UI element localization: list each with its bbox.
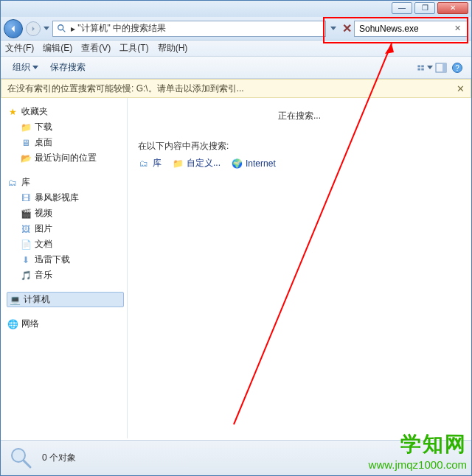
folder-icon: 📁 bbox=[20, 122, 32, 133]
view-options-button[interactable] bbox=[417, 60, 433, 76]
view-icon bbox=[417, 62, 425, 74]
menu-file[interactable]: 文件(F) bbox=[5, 42, 34, 55]
tree-xunlei[interactable]: ⬇迅雷下载 bbox=[7, 252, 124, 267]
svg-line-1 bbox=[63, 29, 66, 32]
address-bar[interactable]: ▸ "计算机" 中的搜索结果 bbox=[52, 21, 326, 37]
maximize-button[interactable]: ❐ bbox=[414, 2, 435, 14]
tree-videos[interactable]: 🎬视频 bbox=[7, 206, 124, 221]
tree-desktop[interactable]: 🖥桌面 bbox=[7, 135, 124, 150]
title-bar: — ❐ ✕ bbox=[1, 1, 471, 17]
download-lib-icon: ⬇ bbox=[20, 254, 32, 266]
menu-help[interactable]: 帮助(H) bbox=[158, 42, 188, 55]
toolbar: 组织 保存搜索 ? bbox=[1, 57, 471, 79]
help-icon: ? bbox=[451, 62, 463, 74]
tree-favorites[interactable]: ★ 收藏夹 bbox=[7, 104, 124, 119]
svg-rect-2 bbox=[417, 65, 420, 67]
index-warning-bar[interactable]: 在没有索引的位置搜索可能较慢: G:\。请单击以添加到索引... ✕ bbox=[1, 79, 471, 98]
close-button[interactable]: ✕ bbox=[437, 2, 468, 14]
search-again-custom[interactable]: 📁自定义... bbox=[172, 157, 221, 169]
main-area: ★ 收藏夹 📁下载 🖥桌面 📂最近访问的位置 🗂 库 🎞暴风影视库 🎬视频 🖼图… bbox=[1, 98, 471, 438]
organize-button[interactable]: 组织 bbox=[7, 60, 44, 75]
chevron-down-icon bbox=[32, 66, 38, 69]
chevron-down-icon bbox=[427, 66, 433, 69]
magnifier-icon bbox=[8, 445, 35, 472]
searching-label: 正在搜索... bbox=[138, 110, 461, 122]
warning-text: 在没有索引的位置搜索可能较慢: G:\。请单击以添加到索引... bbox=[7, 83, 244, 95]
recent-icon: 📂 bbox=[20, 153, 32, 164]
tree-recent[interactable]: 📂最近访问的位置 bbox=[7, 150, 124, 166]
search-clear-icon[interactable]: ✕ bbox=[454, 24, 465, 33]
search-again-row: 🗂库 📁自定义... 🌍Internet bbox=[138, 157, 461, 169]
content-pane: 正在搜索... 在以下内容中再次搜索: 🗂库 📁自定义... 🌍Internet bbox=[128, 98, 471, 438]
address-bar-row: ▸ "计算机" 中的搜索结果 ✕ ✕ bbox=[1, 17, 471, 41]
search-location-icon bbox=[56, 23, 68, 35]
svg-rect-4 bbox=[417, 68, 420, 70]
search-again-internet[interactable]: 🌍Internet bbox=[231, 158, 276, 169]
videos-icon: 🎬 bbox=[20, 208, 32, 220]
tree-music[interactable]: 🎵音乐 bbox=[7, 267, 124, 283]
library-icon: 🗂 bbox=[7, 177, 18, 189]
address-text: "计算机" 中的搜索结果 bbox=[77, 22, 166, 35]
search-box[interactable]: ✕ bbox=[354, 21, 468, 37]
warning-close-button[interactable]: ✕ bbox=[457, 83, 465, 94]
svg-line-11 bbox=[24, 461, 30, 467]
tree-pictures[interactable]: 🖼图片 bbox=[7, 221, 124, 237]
navigation-tree: ★ 收藏夹 📁下载 🖥桌面 📂最近访问的位置 🗂 库 🎞暴风影视库 🎬视频 🖼图… bbox=[1, 98, 128, 438]
svg-point-0 bbox=[58, 24, 63, 29]
address-clear-button[interactable]: ✕ bbox=[341, 21, 353, 37]
folder-icon: 📁 bbox=[172, 158, 184, 169]
address-dropdown[interactable] bbox=[327, 27, 339, 30]
internet-icon: 🌍 bbox=[231, 158, 243, 169]
svg-rect-3 bbox=[421, 65, 424, 67]
search-again-label: 在以下内容中再次搜索: bbox=[138, 140, 461, 153]
tree-downloads[interactable]: 📁下载 bbox=[7, 119, 124, 135]
tree-documents[interactable]: 📄文档 bbox=[7, 237, 124, 252]
pictures-icon: 🖼 bbox=[20, 223, 32, 235]
tree-baofeng[interactable]: 🎞暴风影视库 bbox=[7, 190, 124, 206]
nav-forward-button[interactable] bbox=[26, 21, 41, 36]
minimize-button[interactable]: — bbox=[392, 2, 412, 14]
svg-rect-7 bbox=[442, 63, 446, 72]
search-input[interactable] bbox=[358, 23, 454, 35]
menu-tools[interactable]: 工具(T) bbox=[119, 42, 148, 55]
nav-back-button[interactable] bbox=[4, 19, 23, 38]
tree-libraries[interactable]: 🗂 库 bbox=[7, 175, 124, 190]
arrow-right-icon bbox=[30, 25, 37, 32]
search-again-library[interactable]: 🗂库 bbox=[138, 157, 162, 169]
tree-computer[interactable]: 💻 计算机 bbox=[7, 292, 124, 307]
arrow-left-icon bbox=[8, 24, 18, 34]
documents-icon: 📄 bbox=[20, 239, 32, 251]
menu-edit[interactable]: 编辑(E) bbox=[43, 42, 72, 55]
preview-pane-button[interactable] bbox=[433, 60, 449, 76]
nav-history-dropdown[interactable] bbox=[42, 19, 51, 38]
menu-view[interactable]: 查看(V) bbox=[81, 42, 111, 55]
chevron-down-icon bbox=[330, 27, 336, 30]
tree-network[interactable]: 🌐 网络 bbox=[7, 316, 124, 332]
svg-rect-5 bbox=[421, 68, 424, 70]
svg-text:?: ? bbox=[455, 64, 459, 72]
status-bar: 0 个对象 bbox=[1, 440, 471, 475]
desktop-icon: 🖥 bbox=[20, 137, 32, 149]
library-icon: 🗂 bbox=[138, 158, 150, 169]
menu-bar: 文件(F) 编辑(E) 查看(V) 工具(T) 帮助(H) bbox=[1, 41, 471, 57]
status-count: 0 个对象 bbox=[42, 452, 76, 464]
music-icon: 🎵 bbox=[20, 270, 32, 281]
computer-icon: 💻 bbox=[9, 294, 21, 306]
help-button[interactable]: ? bbox=[449, 60, 465, 76]
star-icon: ★ bbox=[7, 106, 18, 118]
save-search-button[interactable]: 保存搜索 bbox=[44, 60, 91, 75]
network-icon: 🌐 bbox=[7, 318, 18, 330]
pane-icon bbox=[435, 62, 447, 74]
chevron-down-icon bbox=[44, 27, 49, 30]
video-lib-icon: 🎞 bbox=[20, 192, 32, 204]
